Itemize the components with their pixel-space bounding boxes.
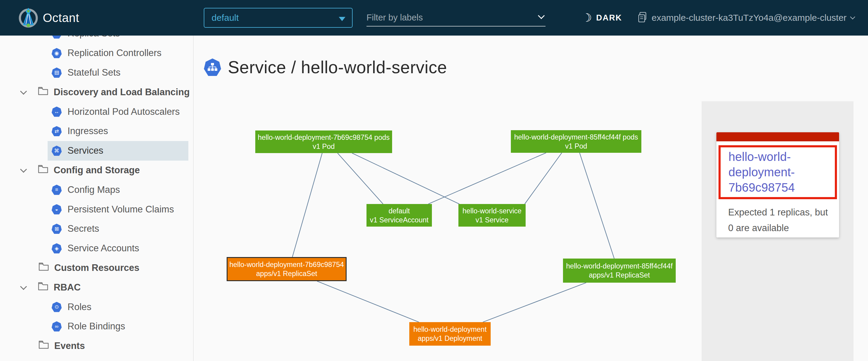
sidebar-item-label: RBAC xyxy=(54,282,81,293)
alert-highlight-box: hello-world-deployment-7b69c98754 xyxy=(718,145,837,199)
chevron-down-icon[interactable] xyxy=(20,88,27,95)
folder-icon xyxy=(38,340,54,351)
replicaset-link[interactable]: hello-world-deployment-7b69c98754 xyxy=(728,149,831,195)
sidebar-item-events[interactable]: Events xyxy=(0,336,193,356)
sidebar-item-label: Replica Sets xyxy=(67,36,120,39)
sidebar-item-config-and-storage[interactable]: Config and Storage xyxy=(0,161,193,180)
sidebar-list: ⊞Replica Sets◉Replication Controllers▤St… xyxy=(0,36,193,356)
sidebar-item-services[interactable]: ⌘Services xyxy=(0,141,193,161)
sidebar-item-label: Replication Controllers xyxy=(67,47,161,59)
sidebar-item-secrets[interactable]: ⊠Secrets xyxy=(0,219,193,239)
replication-controller-icon: ◉ xyxy=(52,48,62,58)
sidebar-item-role-bindings[interactable]: ∞Role Bindings xyxy=(0,317,193,336)
sidebar-item-label: Service Accounts xyxy=(67,243,139,254)
moon-icon: ☾ xyxy=(582,12,592,24)
sidebar-item-label: Secrets xyxy=(67,223,99,234)
graph-node-kind: v1 ServiceAccount xyxy=(370,216,429,225)
namespace-selector[interactable]: default xyxy=(204,8,352,28)
service-icon xyxy=(204,59,221,76)
graph-node-serviceaccount-default[interactable]: defaultv1 ServiceAccount xyxy=(367,204,432,227)
graph-node-kind: v1 Pod xyxy=(313,142,335,151)
sidebar-item-label: Stateful Sets xyxy=(67,67,121,78)
secret-icon: ⊠ xyxy=(52,224,62,234)
page-header: Service / hello-world-service xyxy=(204,57,447,77)
graph-node-kind: apps/v1 ReplicaSet xyxy=(589,271,650,280)
graph-edge-replicaset-85ff4cf44f--deployment-hello-world xyxy=(483,283,586,322)
caret-down-icon xyxy=(339,17,345,21)
service-account-icon: ◈ xyxy=(52,243,62,254)
sidebar-item-label: Ingresses xyxy=(67,126,108,136)
role-icon: ⊙ xyxy=(52,302,62,312)
graph-node-name: hello-world-deployment-7b69c98754 xyxy=(229,260,344,269)
role-binding-icon: ∞ xyxy=(52,321,62,331)
label-filter-input[interactable] xyxy=(367,9,546,26)
label-filter xyxy=(367,9,546,27)
replica-set-icon: ⊞ xyxy=(52,36,62,39)
graph-node-replicaset-85ff4cf44f[interactable]: hello-world-deployment-85ff4cf44fapps/v1… xyxy=(563,259,676,283)
chevron-down-icon xyxy=(850,14,855,20)
sidebar-item-stateful-sets[interactable]: ▤Stateful Sets xyxy=(0,63,193,83)
chevron-down-icon[interactable] xyxy=(20,166,27,173)
graph-edge-pods-7b69c98754--replicaset-7b69c98754 xyxy=(292,153,322,257)
graph-node-deployment-hello-world[interactable]: hello-world-deploymentapps/v1 Deployment xyxy=(409,322,491,346)
sidebar-item-service-accounts[interactable]: ◈Service Accounts xyxy=(0,239,193,258)
sidebar-item-label: Role Bindings xyxy=(67,321,125,332)
sidebar: ⊞Replica Sets◉Replication Controllers▤St… xyxy=(0,36,193,361)
graph-node-pods-85ff4cf44f[interactable]: hello-world-deployment-85ff4cf44f podsv1… xyxy=(511,130,641,153)
main-content: Service / hello-world-service SummaryRes… xyxy=(193,36,868,361)
graph-node-name: hello-world-deployment-85ff4cf44f pods xyxy=(514,133,638,142)
app-title: Octant xyxy=(43,11,79,25)
folder-icon xyxy=(38,282,54,293)
sidebar-item-label: Discovery and Load Balancing xyxy=(54,87,190,98)
namespace-value: default xyxy=(212,13,239,23)
graph-node-name: default xyxy=(389,206,410,216)
graph-edge-pods-85ff4cf44f--service-hello-world xyxy=(525,153,562,204)
ingress-icon: ⇄ xyxy=(52,126,62,136)
cluster-context-label: example-cluster-ka3TuTzYo4a@example-clus… xyxy=(652,13,846,23)
sidebar-item-custom-resources[interactable]: Custom Resources xyxy=(0,258,193,278)
graph-node-kind: v1 Pod xyxy=(565,142,587,151)
graph-node-kind: apps/v1 ReplicaSet xyxy=(256,269,317,278)
sidebar-item-label: Roles xyxy=(67,302,91,313)
service-icon: ⌘ xyxy=(52,145,62,156)
sidebar-item-label: Config and Storage xyxy=(54,165,140,176)
graph-edge-pods-85ff4cf44f--serviceaccount-default xyxy=(428,153,546,204)
graph-edge-pods-85ff4cf44f--replicaset-85ff4cf44f xyxy=(580,153,614,259)
sidebar-item-label: Config Maps xyxy=(67,185,120,195)
stateful-set-icon: ▤ xyxy=(52,67,62,78)
sidebar-item-roles[interactable]: ⊙Roles xyxy=(0,297,193,317)
graph-node-name: hello-world-deployment-85ff4cf44f xyxy=(566,262,673,271)
sidebar-item-label: Events xyxy=(54,340,85,351)
theme-toggle-button[interactable]: ☾ DARK xyxy=(582,0,622,36)
sidebar-item-replication-controllers[interactable]: ◉Replication Controllers xyxy=(0,43,193,63)
alert-message: Expected 1 replicas, but 0 are available xyxy=(728,205,834,236)
graph-node-replicaset-7b69c98754[interactable]: hello-world-deployment-7b69c98754apps/v1… xyxy=(227,257,347,281)
sidebar-item-ingresses[interactable]: ⇄Ingresses xyxy=(0,122,193,141)
sidebar-item-rbac[interactable]: RBAC xyxy=(0,277,193,297)
sidebar-item-replica-sets[interactable]: ⊞Replica Sets xyxy=(0,36,193,43)
resource-viewer-graph: hello-world-deployment-7b69c98754 podsv1… xyxy=(193,101,702,361)
sidebar-item-persistent-volume-claims[interactable]: ◒Persistent Volume Claims xyxy=(0,199,193,219)
chevron-down-icon[interactable] xyxy=(20,283,27,290)
page-title: Service / hello-world-service xyxy=(228,57,447,77)
cluster-selector[interactable]: example-cluster-ka3TuTzYo4a@example-clus… xyxy=(638,0,855,36)
graph-node-name: hello-world-deployment xyxy=(413,325,487,334)
graph-node-name: hello-world-service xyxy=(463,206,522,216)
graph-node-service-hello-world[interactable]: hello-world-servicev1 Service xyxy=(458,204,526,227)
app-header: Octant default ☾ DARK example-cluster-ka… xyxy=(0,0,868,36)
pvc-icon: ◒ xyxy=(52,204,62,215)
graph-node-kind: apps/v1 Deployment xyxy=(418,334,482,343)
sidebar-item-horizontal-pod-autoscalers[interactable]: ↔Horizontal Pod Autoscalers xyxy=(0,102,193,122)
graph-node-pods-7b69c98754[interactable]: hello-world-deployment-7b69c98754 podsv1… xyxy=(255,130,392,153)
detail-panel: hello-world-deployment-7b69c98754 Expect… xyxy=(702,101,854,361)
cluster-icon xyxy=(638,12,647,24)
graph-node-name: hello-world-deployment-7b69c98754 pods xyxy=(258,133,390,142)
sidebar-item-discovery-and-load-balancing[interactable]: Discovery and Load Balancing xyxy=(0,82,193,102)
alert-card: hello-world-deployment-7b69c98754 Expect… xyxy=(716,132,839,237)
alert-card-header xyxy=(716,132,839,141)
folder-icon xyxy=(38,87,54,98)
graph-edge-replicaset-7b69c98754--deployment-hello-world xyxy=(317,281,419,322)
theme-toggle-label: DARK xyxy=(596,13,622,23)
sidebar-item-config-maps[interactable]: ≡Config Maps xyxy=(0,180,193,199)
sidebar-item-label: Persistent Volume Claims xyxy=(67,204,174,215)
